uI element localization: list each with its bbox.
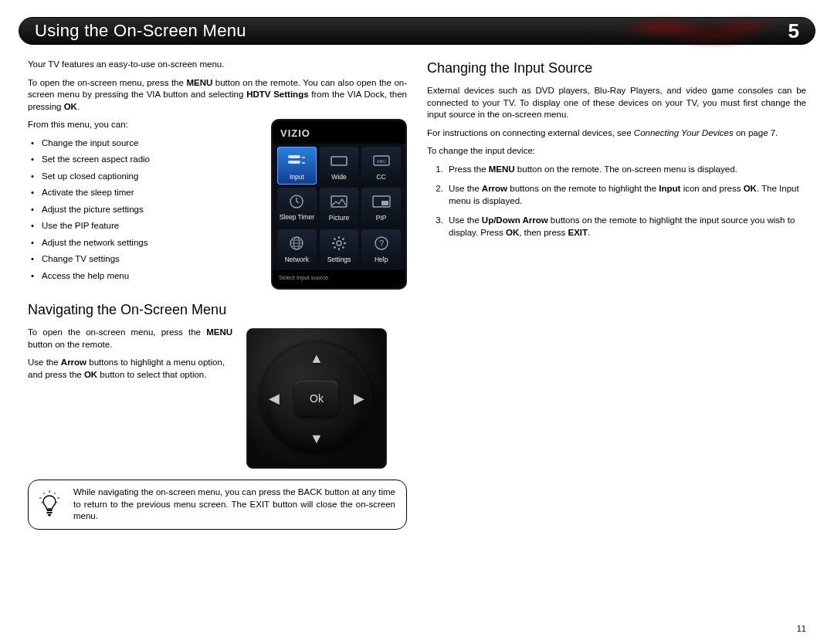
lightbulb-icon [36,490,63,520]
right-p1: External devices such as DVD players, Bl… [427,85,806,121]
list-item: Set up closed captioning [42,171,257,183]
right-heading: Changing the Input Source [427,59,806,77]
remote-dpad-image: Ok ▲ ▼ ◀ ▶ [246,328,387,469]
tv-tile-sleep: Sleep Timer [277,188,317,225]
ok-button-graphic: Ok [295,381,338,416]
svg-rect-6 [331,196,347,207]
tv-tile-help: ? Help [361,229,401,267]
arrow-up-icon: ▲ [310,349,324,368]
svg-point-11 [337,241,341,246]
tv-tile-input: Input [277,147,317,185]
svg-rect-15 [47,512,53,514]
list-item: Access the help menu [42,270,257,283]
list-item: Change the input source [42,137,257,150]
tv-tile-pip: PIP [361,188,401,225]
page-number: 11 [797,624,806,633]
intro-paragraph-2: To open the on-screen menu, press the ME… [28,77,407,114]
steps-list: Press the MENU button on the remote. The… [427,164,806,239]
svg-text:?: ? [379,239,384,248]
nav-paragraph-2: Use the Arrow buttons to highlight a men… [28,357,232,381]
chapter-number: 5 [788,19,799,43]
tv-menu-screenshot: VIZIO Input Wide ABC CC [271,119,407,290]
step-3: Use the Up/Down Arrow buttons on the rem… [446,215,806,239]
list-item: Set the screen aspect radio [42,154,257,166]
list-item: Adjust the network settings [42,237,257,249]
gear-icon [328,234,350,253]
clock-icon [286,192,307,211]
intro-paragraph-1: Your TV features an easy-to-use on-scree… [28,59,407,71]
nav-paragraph-1: To open the on-screen menu, press the ME… [28,327,232,351]
list-item: Change TV settings [42,253,257,266]
tip-callout: While navigating the on-screen menu, you… [28,480,407,530]
tv-tile-network: Network [277,229,317,267]
input-icon [286,151,307,170]
cc-icon: ABC [371,151,392,170]
chapter-title: Using the On-Screen Menu [35,21,246,41]
tv-brand-label: VIZIO [273,120,405,144]
tv-footer-text: Select Input source [273,269,405,288]
help-icon: ? [371,234,392,253]
left-column: Your TV features an easy-to-use on-scree… [28,59,407,530]
svg-rect-8 [381,201,388,205]
list-item: Use the PIP feature [42,220,257,232]
nav-heading: Navigating the On-Screen Menu [28,300,407,319]
svg-rect-1 [288,161,300,164]
arrow-left-icon: ◀ [269,389,280,408]
svg-rect-14 [47,510,53,511]
list-item: Activate the sleep timer [42,187,257,199]
wide-icon [328,151,350,170]
tv-tile-settings: Settings [320,229,359,267]
header-decoration [583,15,784,47]
tv-tile-wide: Wide [320,147,359,185]
from-list-label: From this menu, you can: [28,119,257,131]
tip-text: While navigating the on-screen menu, you… [73,486,395,523]
list-item: Adjust the picture settings [42,204,257,216]
svg-rect-0 [288,155,300,158]
tv-tile-cc: ABC CC [361,147,401,185]
arrow-down-icon: ▼ [310,429,324,448]
svg-text:ABC: ABC [376,159,386,164]
step-1: Press the MENU button on the remote. The… [446,164,806,176]
pip-icon [371,192,392,211]
arrow-right-icon: ▶ [354,389,364,408]
picture-icon [328,192,350,211]
tv-tile-picture: Picture [320,188,359,225]
svg-rect-2 [331,157,347,165]
chapter-header: Using the On-Screen Menu 5 [19,17,815,45]
feature-list: Change the input source Set the screen a… [28,137,257,283]
right-column: Changing the Input Source External devic… [427,59,806,530]
right-p2: For instructions on connecting external … [427,127,806,140]
globe-icon [286,234,307,253]
right-p3: To change the input device: [427,145,806,158]
step-2: Use the Arrow buttons on the remote to h… [446,183,806,207]
